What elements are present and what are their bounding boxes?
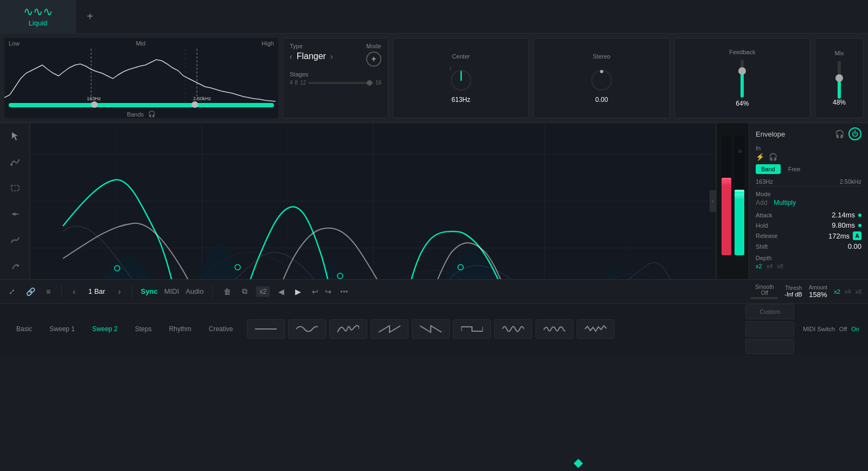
next-bar-button[interactable]: › xyxy=(116,285,123,298)
two-x-button[interactable]: x2 xyxy=(256,286,270,297)
collapse-button[interactable]: ‹ xyxy=(710,190,716,212)
depth-x8[interactable]: x8 xyxy=(777,263,783,269)
logo-area: ∿∿∿ Liquid xyxy=(0,0,76,34)
custom-button-2[interactable] xyxy=(745,321,794,337)
amount-label: Amount xyxy=(809,285,827,291)
expand-view-button[interactable]: ⤢ xyxy=(7,285,17,298)
headphones-icon[interactable]: 🎧 xyxy=(148,111,156,118)
spectrum-canvas: 163Hz 2.50kHz xyxy=(4,49,278,103)
copy-button[interactable]: ⧉ xyxy=(240,285,250,298)
rewind-button[interactable]: ◀ xyxy=(276,285,286,298)
shift-value: 0.00 xyxy=(848,242,861,250)
add-tab-button[interactable]: + xyxy=(87,10,93,23)
release-value: 172ms xyxy=(828,232,850,240)
preset-basic[interactable]: Basic xyxy=(9,322,40,336)
env-freq-high: 2.50kHz xyxy=(840,178,861,185)
midi-button[interactable]: MIDI xyxy=(164,287,179,295)
wave-saw-down-button[interactable] xyxy=(412,319,450,339)
transport-depth-x4[interactable]: x4 xyxy=(845,288,851,295)
envelope-power-button[interactable]: ⏻ xyxy=(848,127,861,140)
depth-x4[interactable]: x4 xyxy=(767,263,773,269)
smooth-value: Off xyxy=(761,290,768,296)
mode-add-option[interactable]: Add xyxy=(756,199,767,207)
mode-plus-button[interactable]: + xyxy=(366,51,381,67)
type-label: Type xyxy=(290,43,333,49)
wave-sine-button[interactable] xyxy=(288,319,326,339)
free-tab[interactable]: Free xyxy=(783,164,806,174)
midi-switch-on[interactable]: On xyxy=(851,326,859,332)
transport-depth-x8[interactable]: x8 xyxy=(855,288,861,295)
thresh-value: -Inf dB xyxy=(784,291,802,298)
wave-square-button[interactable] xyxy=(453,319,491,339)
grid-button[interactable]: ≡ xyxy=(44,285,53,298)
svg-marker-11 xyxy=(12,132,18,140)
in-headphones-icon[interactable]: 🎧 xyxy=(769,153,777,161)
wave-saw-up-button[interactable] xyxy=(371,319,409,339)
type-next-button[interactable]: › xyxy=(330,52,333,61)
mode-env-label: Mode xyxy=(756,191,861,197)
bezier-tool-button[interactable] xyxy=(7,231,24,249)
link-button[interactable]: 🔗 xyxy=(24,285,37,298)
feedback-slider[interactable] xyxy=(741,60,744,98)
wave-bumpy-button[interactable] xyxy=(535,319,573,339)
vu-meter-left xyxy=(722,136,731,255)
smooth-slider[interactable] xyxy=(751,297,778,299)
stages-handle[interactable] xyxy=(367,80,372,86)
undo-button[interactable]: ↩ xyxy=(310,285,321,298)
amount-value: 158% xyxy=(809,291,827,299)
redo-button[interactable]: ↪ xyxy=(323,285,334,298)
custom-button-1[interactable]: Custom xyxy=(745,304,794,319)
feedback-panel: Feedback 64% xyxy=(674,38,810,118)
feedback-handle[interactable] xyxy=(738,67,746,75)
mix-slider[interactable] xyxy=(838,61,841,99)
prev-bar-button[interactable]: ‹ xyxy=(71,285,78,298)
mix-handle[interactable] xyxy=(835,74,843,82)
lfo-canvas[interactable]: 0 1/4 2/4 3/4 4/4 100% 50% 0% ⤢ xyxy=(30,123,716,279)
preset-steps[interactable]: Steps xyxy=(127,322,159,336)
custom-button-3[interactable] xyxy=(745,339,794,354)
depth-x2[interactable]: x2 xyxy=(756,263,762,269)
band-tab[interactable]: Band xyxy=(756,164,781,174)
stereo-knob[interactable] xyxy=(589,64,615,94)
pen-tool-button[interactable] xyxy=(7,257,24,275)
stereo-panel: Stereo 0.00 xyxy=(533,38,669,118)
stages-track[interactable] xyxy=(308,82,373,84)
audio-button[interactable]: Audio xyxy=(186,287,203,295)
bar-display: 1 Bar xyxy=(84,287,110,295)
wave-flat-button[interactable] xyxy=(247,319,285,339)
headphones-icon-env[interactable]: 🎧 xyxy=(835,130,844,138)
svg-point-10 xyxy=(600,70,603,73)
wave-random-button[interactable] xyxy=(577,319,615,339)
collapse-panel-button[interactable]: » xyxy=(738,146,742,155)
wave-double-sine-button[interactable] xyxy=(494,319,532,339)
curve-tool-button[interactable] xyxy=(7,153,24,171)
thresh-label: Thresh xyxy=(785,285,802,291)
more-options-button[interactable]: ••• xyxy=(340,287,348,296)
freq-handle-low[interactable] xyxy=(91,101,98,108)
transform-tool-button[interactable] xyxy=(7,205,24,223)
hold-label: Hold xyxy=(756,222,768,229)
wave-complex-button[interactable] xyxy=(329,319,367,339)
type-prev-button[interactable]: ‹ xyxy=(290,52,292,61)
sync-button[interactable]: Sync xyxy=(141,287,158,295)
delete-button[interactable]: 🗑 xyxy=(221,285,233,298)
preset-rhythm[interactable]: Rhythm xyxy=(161,322,199,336)
transport-depth-x2[interactable]: x2 xyxy=(834,288,840,295)
mode-multiply-option[interactable]: Multiply xyxy=(774,199,796,207)
freq-handle-high[interactable] xyxy=(192,101,198,108)
select-tool-button[interactable] xyxy=(7,127,24,145)
play-button[interactable]: ▶ xyxy=(293,285,303,298)
hold-value: 9.80ms xyxy=(832,221,855,229)
midi-switch-off[interactable]: Off xyxy=(839,326,847,332)
preset-sweep1[interactable]: Sweep 1 xyxy=(42,322,82,336)
diamond-marker xyxy=(574,459,583,468)
hold-dot xyxy=(858,224,861,227)
svg-point-15 xyxy=(13,213,16,216)
center-knob[interactable]: ⌇ xyxy=(448,64,474,94)
selection-tool-button[interactable] xyxy=(7,179,24,197)
preset-creative[interactable]: Creative xyxy=(201,322,241,336)
type-name: Flanger xyxy=(297,51,326,61)
mix-value: 48% xyxy=(833,99,846,106)
separator-3 xyxy=(212,285,213,298)
preset-sweep2[interactable]: Sweep 2 xyxy=(85,322,125,336)
